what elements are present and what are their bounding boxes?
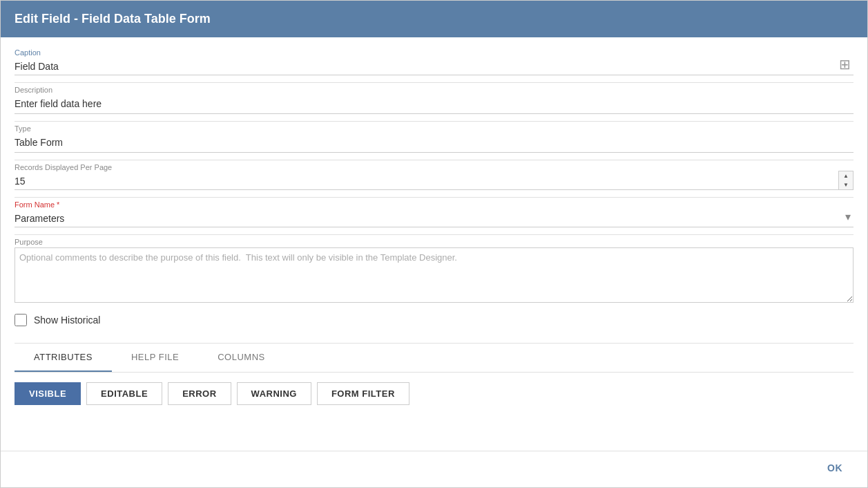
show-historical-label[interactable]: Show Historical bbox=[34, 315, 100, 326]
description-group: Description Enter field data here bbox=[15, 86, 853, 114]
tab-help-file[interactable]: HELP FILE bbox=[112, 344, 198, 372]
divider-3 bbox=[15, 160, 853, 160]
dialog-footer: OK bbox=[1, 451, 867, 487]
divider-4 bbox=[15, 197, 853, 198]
records-input-wrap bbox=[15, 173, 853, 190]
type-value: Table Form bbox=[15, 134, 853, 153]
form-name-group: Form Name * Parameters Option 1 Option 2… bbox=[15, 200, 853, 227]
edit-field-dialog: Edit Field - Field Data Table Form Capti… bbox=[0, 0, 868, 488]
purpose-label: Purpose bbox=[15, 238, 853, 246]
divider-2 bbox=[15, 121, 853, 122]
dialog-header: Edit Field - Field Data Table Form bbox=[1, 1, 867, 37]
show-historical-row: Show Historical bbox=[15, 314, 853, 326]
sub-tabs-bar: VISIBLE EDITABLE ERROR WARNING FORM FILT… bbox=[15, 373, 853, 411]
sub-tab-editable[interactable]: EDITABLE bbox=[86, 382, 162, 405]
dialog-body: Caption ⊞ Description Enter field data h… bbox=[1, 37, 867, 451]
caption-input[interactable] bbox=[15, 58, 853, 75]
caption-label: Caption bbox=[15, 48, 853, 57]
caption-group: Caption ⊞ bbox=[15, 48, 853, 75]
records-input[interactable] bbox=[15, 173, 853, 190]
tab-columns[interactable]: COLUMNS bbox=[198, 344, 284, 372]
form-name-label: Form Name * bbox=[15, 200, 853, 209]
caption-input-wrap bbox=[15, 58, 853, 75]
divider-1 bbox=[15, 82, 853, 83]
dialog-title: Edit Field - Field Data Table Form bbox=[15, 12, 211, 26]
records-group: Records Displayed Per Page ▲ ▼ bbox=[15, 163, 853, 190]
description-label: Description bbox=[15, 86, 853, 94]
ok-button[interactable]: OK bbox=[816, 458, 853, 478]
spinner-down-button[interactable]: ▼ bbox=[839, 180, 853, 189]
type-group: Type Table Form bbox=[15, 124, 853, 153]
tabs-section: ATTRIBUTES HELP FILE COLUMNS VISIBLE EDI… bbox=[15, 343, 853, 411]
sub-tab-form-filter[interactable]: FORM FILTER bbox=[317, 382, 409, 405]
caption-row: ⊞ bbox=[15, 58, 853, 75]
form-name-row: Parameters Option 1 Option 2 ▾ bbox=[15, 210, 853, 227]
show-historical-checkbox[interactable] bbox=[15, 314, 27, 326]
records-spinner: ▲ ▼ bbox=[838, 171, 853, 190]
divider-5 bbox=[15, 234, 853, 235]
tab-attributes[interactable]: ATTRIBUTES bbox=[15, 344, 112, 372]
sub-tab-visible[interactable]: VISIBLE bbox=[15, 382, 81, 405]
table-grid-icon[interactable]: ⊞ bbox=[839, 56, 851, 73]
form-name-select[interactable]: Parameters Option 1 Option 2 bbox=[15, 210, 853, 227]
purpose-textarea[interactable] bbox=[15, 247, 853, 303]
sub-tab-warning[interactable]: WARNING bbox=[237, 382, 311, 405]
records-row: ▲ ▼ bbox=[15, 173, 853, 190]
purpose-group: Purpose bbox=[15, 238, 853, 303]
description-value: Enter field data here bbox=[15, 95, 853, 114]
tabs-bar: ATTRIBUTES HELP FILE COLUMNS bbox=[15, 344, 853, 373]
form-name-select-wrap: Parameters Option 1 Option 2 ▾ bbox=[15, 210, 853, 227]
type-label: Type bbox=[15, 124, 853, 133]
records-label: Records Displayed Per Page bbox=[15, 163, 853, 171]
sub-tab-error[interactable]: ERROR bbox=[168, 382, 231, 405]
spinner-up-button[interactable]: ▲ bbox=[839, 171, 853, 180]
